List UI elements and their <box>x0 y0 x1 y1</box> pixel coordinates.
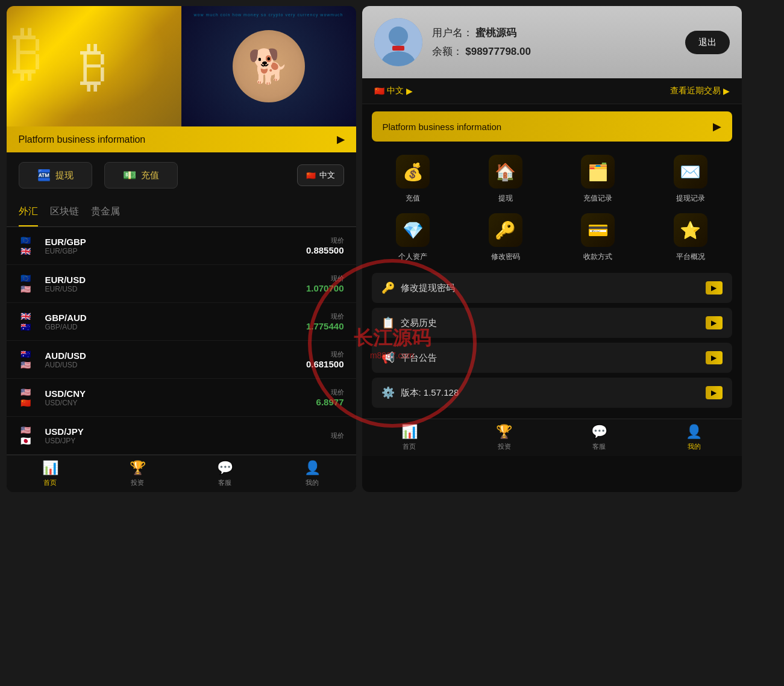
left-nav-item-客服[interactable]: 💬 客服 <box>181 460 269 487</box>
icon-grid-label: 收款方式 <box>583 252 612 262</box>
price-label: 现价 <box>316 388 344 397</box>
icon-grid-item-3[interactable]: ✉️ 提现记录 <box>649 155 732 204</box>
currency-flags: 🇦🇺 🇺🇸 <box>19 349 38 370</box>
tab-blockchain[interactable]: 区块链 <box>50 198 79 226</box>
recharge-button[interactable]: 💵 充值 <box>104 162 178 189</box>
currency-flags: 🇺🇸 🇯🇵 <box>19 425 38 446</box>
currency-price-col: 现价 0.681500 <box>306 350 344 369</box>
menu-arrow: ▶ <box>706 351 723 364</box>
currency-row[interactable]: 🇪🇺 🇬🇧 EUR/GBP EUR/GBP 现价 0.885500 <box>7 227 356 265</box>
menu-row-2[interactable]: 📢 平台公告 ▶ <box>372 343 732 373</box>
icon-grid-item-0[interactable]: 💰 充值 <box>372 155 455 204</box>
menu-row-left: 📢 平台公告 <box>381 351 437 364</box>
right-panel: 用户名： 蜜桃源码 余额： $98977798.00 退出 🇨🇳 中文 ▶ 查看… <box>362 6 742 492</box>
currency-name: USD/JPY <box>45 426 331 437</box>
currency-info: USD/JPY USD/JPY <box>45 426 331 445</box>
flag-icon-bottom: 🇬🇧 <box>19 246 33 256</box>
right-lang-label: 中文 <box>387 86 404 96</box>
right-nav-item-我的[interactable]: 👤 我的 <box>647 424 742 451</box>
currency-name: EUR/USD <box>45 275 306 285</box>
icon-grid-label: 平台概况 <box>676 252 705 262</box>
menu-row-3[interactable]: ⚙️ 版本: 1.57.128 ▶ <box>372 378 732 408</box>
nav-label: 客服 <box>218 478 231 487</box>
hero-banner: ₿ 🐕 wow much coin how money so crypto ve… <box>7 6 356 126</box>
left-panel: ₿ 🐕 wow much coin how money so crypto ve… <box>7 6 356 492</box>
icon-grid-item-4[interactable]: 💎 个人资产 <box>372 213 455 262</box>
left-nav-item-投资[interactable]: 🏆 投资 <box>94 460 181 487</box>
doge-face: 🐕 <box>233 30 305 102</box>
nav-icon: 📊 <box>401 424 418 440</box>
nav-label: 我的 <box>688 442 701 451</box>
menu-row-left: 📋 交易历史 <box>381 316 437 329</box>
icon-box: 🔑 <box>489 213 522 247</box>
icon-grid-item-6[interactable]: 💳 收款方式 <box>557 213 640 262</box>
currency-row[interactable]: 🇬🇧 🇦🇺 GBP/AUD GBP/AUD 现价 1.775440 <box>7 303 356 341</box>
profile-balance: 余额： $98977798.00 <box>432 45 676 58</box>
nav-label: 我的 <box>306 478 319 487</box>
flag-icon-top: 🇪🇺 <box>19 273 33 283</box>
right-nav-item-首页[interactable]: 📊 首页 <box>362 424 457 451</box>
icon-grid-label: 充值 <box>406 193 420 204</box>
right-nav-item-投资[interactable]: 🏆 投资 <box>457 424 552 451</box>
currency-row[interactable]: 🇺🇸 🇨🇳 USD/CNY USD/CNY 现价 6.8977 <box>7 379 356 417</box>
currency-name: USD/CNY <box>45 388 316 399</box>
menu-label: 修改提现密码 <box>401 282 455 294</box>
icon-grid-label: 提现记录 <box>676 193 705 204</box>
icon-grid-item-2[interactable]: 🗂️ 充值记录 <box>557 155 640 204</box>
icon-grid-label: 提现 <box>498 193 513 204</box>
right-info-text: Platform business information <box>383 122 502 132</box>
menu-arrow: ▶ <box>706 386 723 399</box>
icon-grid-item-1[interactable]: 🏠 提现 <box>464 155 547 204</box>
left-info-banner[interactable]: Platform business information ▶ <box>7 126 356 152</box>
currency-price-col: 现价 0.885500 <box>306 236 344 255</box>
menu-row-left: 🔑 修改提现密码 <box>381 281 455 295</box>
currency-flags: 🇺🇸 🇨🇳 <box>19 387 38 408</box>
svg-point-1 <box>389 27 408 46</box>
tab-forex[interactable]: 外汇 <box>19 198 38 226</box>
menu-arrow: ▶ <box>706 316 723 329</box>
withdraw-button[interactable]: 🏧 提现 <box>19 162 92 189</box>
profile-username: 用户名： 蜜桃源码 <box>432 26 676 40</box>
tab-precious-metals[interactable]: 贵金属 <box>91 198 120 226</box>
left-bottom-nav: 📊 首页 🏆 投资 💬 客服 👤 我的 <box>7 455 356 492</box>
hero-bitcoin: ₿ <box>7 6 181 126</box>
currency-row[interactable]: 🇦🇺 🇺🇸 AUD/USD AUD/USD 现价 0.681500 <box>7 341 356 379</box>
avatar <box>374 18 422 66</box>
recent-trades-button[interactable]: 查看近期交易 ▶ <box>670 86 730 96</box>
icon-box: ⭐ <box>674 213 707 247</box>
right-info-banner[interactable]: Platform business information ▶ <box>372 111 732 142</box>
currency-row[interactable]: 🇺🇸 🇯🇵 USD/JPY USD/JPY 现价 <box>7 417 356 455</box>
recent-label: 查看近期交易 <box>670 86 721 96</box>
icon-grid-label: 充值记录 <box>583 193 612 204</box>
flag-icon-top: 🇪🇺 <box>19 235 33 245</box>
hero-doge: 🐕 wow much coin how money so crypto very… <box>181 6 356 126</box>
currency-name: GBP/AUD <box>45 313 306 323</box>
icon-grid-item-7[interactable]: ⭐ 平台概况 <box>649 213 732 262</box>
currency-row[interactable]: 🇪🇺 🇺🇸 EUR/USD EUR/USD 现价 1.070700 <box>7 265 356 303</box>
right-lang-button[interactable]: 🇨🇳 中文 ▶ <box>374 86 413 96</box>
recharge-icon: 💵 <box>123 169 136 182</box>
menu-icon: 📋 <box>381 316 395 329</box>
currency-price-col: 现价 1.070700 <box>306 274 344 293</box>
menu-row-0[interactable]: 🔑 修改提现密码 ▶ <box>372 273 732 303</box>
menu-row-1[interactable]: 📋 交易历史 ▶ <box>372 308 732 338</box>
menu-arrow: ▶ <box>706 281 723 295</box>
flag-icon-bottom: 🇯🇵 <box>19 436 33 446</box>
flag-icon-top: 🇦🇺 <box>19 349 33 359</box>
logout-button[interactable]: 退出 <box>685 31 730 54</box>
profile-info: 用户名： 蜜桃源码 余额： $98977798.00 <box>432 26 676 58</box>
currency-sub: AUD/USD <box>45 361 306 369</box>
menu-icon: 📢 <box>381 351 395 364</box>
currency-sub: USD/JPY <box>45 437 331 445</box>
currency-sub: USD/CNY <box>45 399 316 407</box>
flag-icon-top: 🇺🇸 <box>19 387 33 397</box>
right-nav-item-客服[interactable]: 💬 客服 <box>552 424 647 451</box>
icon-grid-item-5[interactable]: 🔑 修改密码 <box>464 213 547 262</box>
left-lang-button[interactable]: 🇨🇳 中文 <box>297 164 344 186</box>
left-nav-item-首页[interactable]: 📊 首页 <box>7 460 94 487</box>
left-nav-item-我的[interactable]: 👤 我的 <box>269 460 356 487</box>
nav-label: 投资 <box>131 478 144 487</box>
price-label: 现价 <box>306 274 344 283</box>
icon-box: 🗂️ <box>581 155 615 189</box>
price-label: 现价 <box>306 350 344 359</box>
